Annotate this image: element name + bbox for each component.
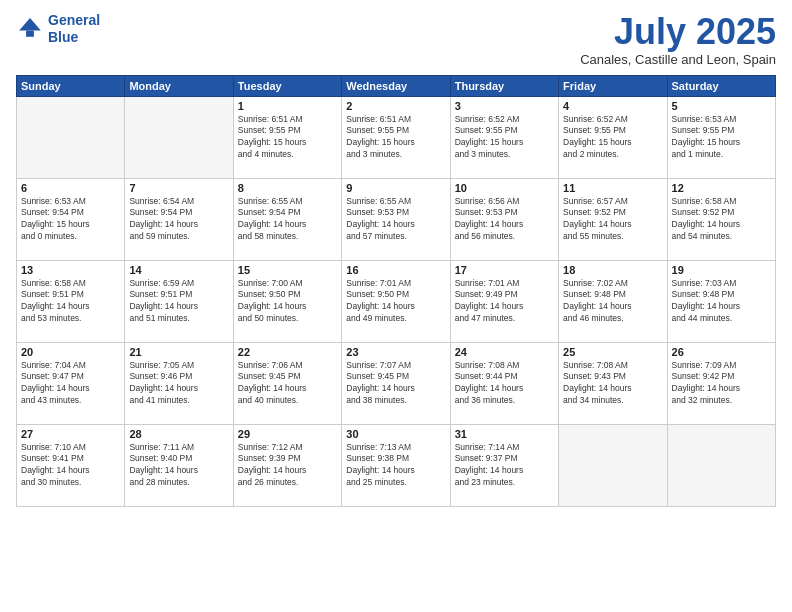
day-number: 12 <box>672 182 771 194</box>
day-info: Sunrise: 7:08 AM Sunset: 9:43 PM Dayligh… <box>563 360 662 408</box>
day-cell: 4Sunrise: 6:52 AM Sunset: 9:55 PM Daylig… <box>559 96 667 178</box>
day-cell: 19Sunrise: 7:03 AM Sunset: 9:48 PM Dayli… <box>667 260 775 342</box>
day-number: 6 <box>21 182 120 194</box>
day-cell: 7Sunrise: 6:54 AM Sunset: 9:54 PM Daylig… <box>125 178 233 260</box>
logo-general: General <box>48 12 100 28</box>
day-number: 15 <box>238 264 337 276</box>
day-cell: 20Sunrise: 7:04 AM Sunset: 9:47 PM Dayli… <box>17 342 125 424</box>
day-info: Sunrise: 6:51 AM Sunset: 9:55 PM Dayligh… <box>238 114 337 162</box>
day-cell: 26Sunrise: 7:09 AM Sunset: 9:42 PM Dayli… <box>667 342 775 424</box>
day-info: Sunrise: 6:55 AM Sunset: 9:54 PM Dayligh… <box>238 196 337 244</box>
weekday-header-tuesday: Tuesday <box>233 75 341 96</box>
day-number: 20 <box>21 346 120 358</box>
day-info: Sunrise: 6:57 AM Sunset: 9:52 PM Dayligh… <box>563 196 662 244</box>
day-number: 27 <box>21 428 120 440</box>
day-number: 26 <box>672 346 771 358</box>
day-cell: 29Sunrise: 7:12 AM Sunset: 9:39 PM Dayli… <box>233 424 341 506</box>
day-info: Sunrise: 7:07 AM Sunset: 9:45 PM Dayligh… <box>346 360 445 408</box>
calendar-body: 1Sunrise: 6:51 AM Sunset: 9:55 PM Daylig… <box>17 96 776 506</box>
day-info: Sunrise: 7:00 AM Sunset: 9:50 PM Dayligh… <box>238 278 337 326</box>
day-cell: 5Sunrise: 6:53 AM Sunset: 9:55 PM Daylig… <box>667 96 775 178</box>
day-number: 21 <box>129 346 228 358</box>
day-cell: 10Sunrise: 6:56 AM Sunset: 9:53 PM Dayli… <box>450 178 558 260</box>
svg-rect-1 <box>26 30 34 36</box>
logo-text: General Blue <box>48 12 100 46</box>
day-info: Sunrise: 7:04 AM Sunset: 9:47 PM Dayligh… <box>21 360 120 408</box>
day-number: 8 <box>238 182 337 194</box>
weekday-header-monday: Monday <box>125 75 233 96</box>
day-cell: 13Sunrise: 6:58 AM Sunset: 9:51 PM Dayli… <box>17 260 125 342</box>
day-number: 24 <box>455 346 554 358</box>
day-cell: 28Sunrise: 7:11 AM Sunset: 9:40 PM Dayli… <box>125 424 233 506</box>
day-number: 30 <box>346 428 445 440</box>
day-number: 16 <box>346 264 445 276</box>
day-number: 31 <box>455 428 554 440</box>
week-row-5: 27Sunrise: 7:10 AM Sunset: 9:41 PM Dayli… <box>17 424 776 506</box>
day-number: 19 <box>672 264 771 276</box>
day-info: Sunrise: 7:01 AM Sunset: 9:49 PM Dayligh… <box>455 278 554 326</box>
day-info: Sunrise: 6:59 AM Sunset: 9:51 PM Dayligh… <box>129 278 228 326</box>
day-cell: 27Sunrise: 7:10 AM Sunset: 9:41 PM Dayli… <box>17 424 125 506</box>
day-number: 29 <box>238 428 337 440</box>
day-cell: 6Sunrise: 6:53 AM Sunset: 9:54 PM Daylig… <box>17 178 125 260</box>
day-number: 22 <box>238 346 337 358</box>
day-cell: 24Sunrise: 7:08 AM Sunset: 9:44 PM Dayli… <box>450 342 558 424</box>
day-info: Sunrise: 7:03 AM Sunset: 9:48 PM Dayligh… <box>672 278 771 326</box>
day-cell: 30Sunrise: 7:13 AM Sunset: 9:38 PM Dayli… <box>342 424 450 506</box>
day-info: Sunrise: 6:58 AM Sunset: 9:52 PM Dayligh… <box>672 196 771 244</box>
day-cell: 11Sunrise: 6:57 AM Sunset: 9:52 PM Dayli… <box>559 178 667 260</box>
day-cell: 16Sunrise: 7:01 AM Sunset: 9:50 PM Dayli… <box>342 260 450 342</box>
day-info: Sunrise: 6:55 AM Sunset: 9:53 PM Dayligh… <box>346 196 445 244</box>
day-info: Sunrise: 6:52 AM Sunset: 9:55 PM Dayligh… <box>563 114 662 162</box>
week-row-1: 1Sunrise: 6:51 AM Sunset: 9:55 PM Daylig… <box>17 96 776 178</box>
week-row-2: 6Sunrise: 6:53 AM Sunset: 9:54 PM Daylig… <box>17 178 776 260</box>
day-number: 13 <box>21 264 120 276</box>
day-number: 14 <box>129 264 228 276</box>
day-info: Sunrise: 7:09 AM Sunset: 9:42 PM Dayligh… <box>672 360 771 408</box>
day-info: Sunrise: 7:08 AM Sunset: 9:44 PM Dayligh… <box>455 360 554 408</box>
day-cell <box>125 96 233 178</box>
day-number: 28 <box>129 428 228 440</box>
day-number: 11 <box>563 182 662 194</box>
day-cell: 31Sunrise: 7:14 AM Sunset: 9:37 PM Dayli… <box>450 424 558 506</box>
day-cell: 22Sunrise: 7:06 AM Sunset: 9:45 PM Dayli… <box>233 342 341 424</box>
day-number: 25 <box>563 346 662 358</box>
day-cell <box>559 424 667 506</box>
calendar-table: SundayMondayTuesdayWednesdayThursdayFrid… <box>16 75 776 507</box>
day-info: Sunrise: 6:53 AM Sunset: 9:54 PM Dayligh… <box>21 196 120 244</box>
day-info: Sunrise: 6:51 AM Sunset: 9:55 PM Dayligh… <box>346 114 445 162</box>
day-cell: 8Sunrise: 6:55 AM Sunset: 9:54 PM Daylig… <box>233 178 341 260</box>
day-info: Sunrise: 7:10 AM Sunset: 9:41 PM Dayligh… <box>21 442 120 490</box>
day-cell: 21Sunrise: 7:05 AM Sunset: 9:46 PM Dayli… <box>125 342 233 424</box>
week-row-3: 13Sunrise: 6:58 AM Sunset: 9:51 PM Dayli… <box>17 260 776 342</box>
day-cell <box>667 424 775 506</box>
day-number: 2 <box>346 100 445 112</box>
header: General Blue July 2025 Canales, Castille… <box>16 12 776 67</box>
day-cell: 14Sunrise: 6:59 AM Sunset: 9:51 PM Dayli… <box>125 260 233 342</box>
day-cell: 17Sunrise: 7:01 AM Sunset: 9:49 PM Dayli… <box>450 260 558 342</box>
day-cell: 1Sunrise: 6:51 AM Sunset: 9:55 PM Daylig… <box>233 96 341 178</box>
day-number: 4 <box>563 100 662 112</box>
day-number: 9 <box>346 182 445 194</box>
day-number: 10 <box>455 182 554 194</box>
day-info: Sunrise: 7:06 AM Sunset: 9:45 PM Dayligh… <box>238 360 337 408</box>
weekday-row: SundayMondayTuesdayWednesdayThursdayFrid… <box>17 75 776 96</box>
weekday-header-wednesday: Wednesday <box>342 75 450 96</box>
day-info: Sunrise: 7:01 AM Sunset: 9:50 PM Dayligh… <box>346 278 445 326</box>
day-cell: 9Sunrise: 6:55 AM Sunset: 9:53 PM Daylig… <box>342 178 450 260</box>
day-info: Sunrise: 7:12 AM Sunset: 9:39 PM Dayligh… <box>238 442 337 490</box>
weekday-header-sunday: Sunday <box>17 75 125 96</box>
day-cell: 3Sunrise: 6:52 AM Sunset: 9:55 PM Daylig… <box>450 96 558 178</box>
logo-icon <box>16 15 44 43</box>
logo: General Blue <box>16 12 100 46</box>
day-number: 5 <box>672 100 771 112</box>
day-cell: 18Sunrise: 7:02 AM Sunset: 9:48 PM Dayli… <box>559 260 667 342</box>
weekday-header-thursday: Thursday <box>450 75 558 96</box>
day-info: Sunrise: 6:54 AM Sunset: 9:54 PM Dayligh… <box>129 196 228 244</box>
day-cell <box>17 96 125 178</box>
day-number: 17 <box>455 264 554 276</box>
day-number: 23 <box>346 346 445 358</box>
day-info: Sunrise: 6:52 AM Sunset: 9:55 PM Dayligh… <box>455 114 554 162</box>
location: Canales, Castille and Leon, Spain <box>580 52 776 67</box>
svg-marker-0 <box>19 18 41 30</box>
